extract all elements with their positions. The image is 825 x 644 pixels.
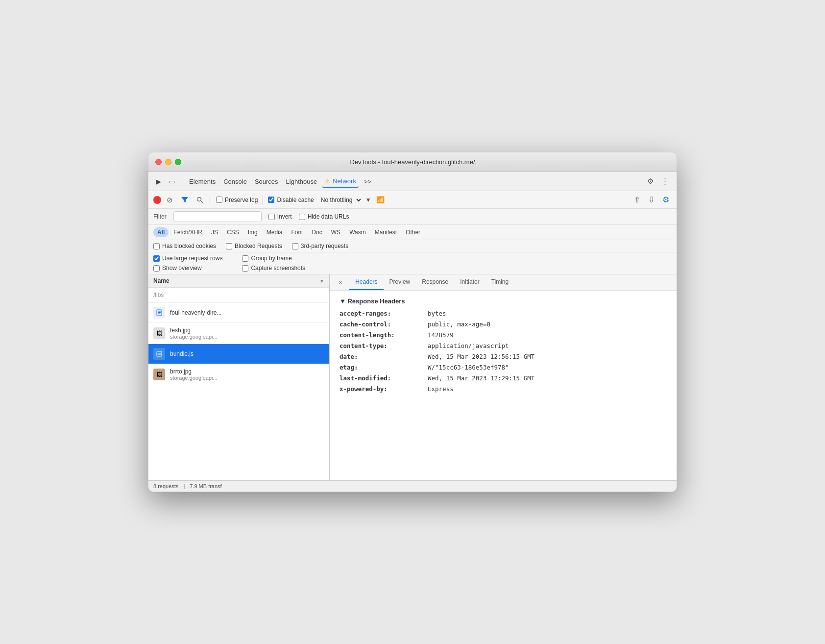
- header-row: date: Wed, 15 Mar 2023 12:56:15 GMT: [340, 353, 667, 360]
- blocked-cookies-checkbox[interactable]: [153, 243, 160, 249]
- settings-button[interactable]: ⚙: [644, 175, 656, 188]
- import-button[interactable]: ⇧: [631, 194, 643, 206]
- header-value: public, max-age=0: [428, 321, 490, 328]
- disable-cache-label[interactable]: Disable cache: [268, 197, 314, 203]
- inspect-icon-button[interactable]: ▶: [153, 176, 164, 187]
- blocked-requests-label[interactable]: Blocked Requests: [226, 243, 282, 249]
- tab-console[interactable]: Console: [220, 176, 250, 187]
- blocked-requests-checkbox[interactable]: [226, 243, 232, 249]
- filter-type-all[interactable]: All: [153, 227, 169, 237]
- tab-headers[interactable]: Headers: [349, 274, 383, 290]
- tab-response[interactable]: Response: [416, 274, 454, 290]
- status-bar: 8 requests | 7.9 MB transf: [148, 480, 677, 492]
- filter-type-css[interactable]: CSS: [223, 227, 243, 237]
- disable-cache-checkbox[interactable]: [268, 197, 274, 203]
- minimize-button[interactable]: [165, 159, 171, 165]
- filter-type-img[interactable]: Img: [244, 227, 262, 237]
- preserve-log-label[interactable]: Preserve log: [216, 197, 258, 203]
- filter-input[interactable]: [173, 211, 262, 222]
- show-overview-label[interactable]: Show overview: [153, 265, 222, 272]
- request-domain-fesh: storage.googleapi...: [170, 334, 218, 340]
- capture-screenshots-checkbox[interactable]: [242, 265, 248, 272]
- wifi-settings-button[interactable]: 📶: [374, 195, 387, 205]
- network-settings-button[interactable]: ⚙: [660, 194, 672, 206]
- clear-button[interactable]: ⊘: [164, 194, 175, 206]
- blocked-cookies-label[interactable]: Has blocked cookies: [153, 243, 216, 249]
- tab-initiator[interactable]: Initiator: [454, 274, 485, 290]
- requests-panel: Name ▼ /libs foul-heavenly-dire...: [148, 274, 330, 480]
- details-panel: × Headers Preview Response Initiator Tim…: [330, 274, 677, 480]
- large-rows-label[interactable]: Use large request rows: [153, 255, 222, 262]
- tab-lighthouse[interactable]: Lighthouse: [283, 176, 320, 187]
- close-details-button[interactable]: ×: [335, 276, 346, 288]
- svg-line-1: [201, 201, 203, 203]
- options-col-right: Group by frame Capture screenshots: [242, 255, 305, 272]
- filter-button[interactable]: [178, 195, 191, 205]
- hide-data-urls-checkbox[interactable]: [299, 214, 305, 220]
- tab-sources[interactable]: Sources: [252, 176, 281, 187]
- request-item-fesh[interactable]: 🖼 fesh.jpg storage.googleapi...: [148, 323, 329, 344]
- header-value: Wed, 15 Mar 2023 12:29:15 GMT: [428, 374, 534, 382]
- tab-network[interactable]: ⚠ Network: [322, 175, 359, 188]
- invert-checkbox[interactable]: [268, 214, 275, 220]
- traffic-lights: [155, 159, 181, 165]
- tab-elements[interactable]: Elements: [186, 176, 218, 187]
- maximize-button[interactable]: [175, 159, 181, 165]
- filter-label: Filter: [153, 213, 167, 220]
- more-options-button[interactable]: ⋮: [658, 175, 672, 188]
- filter-type-manifest[interactable]: Manifest: [371, 227, 401, 237]
- requests-count: 8 requests: [153, 483, 178, 489]
- preserve-log-checkbox[interactable]: [216, 197, 222, 203]
- invert-label[interactable]: Invert: [268, 213, 292, 220]
- device-icon-button[interactable]: ▭: [166, 176, 178, 187]
- headers-container: accept-ranges: bytescache-control: publi…: [340, 310, 667, 393]
- filter-type-other[interactable]: Other: [402, 227, 424, 237]
- request-info-fesh: fesh.jpg storage.googleapi...: [170, 327, 218, 340]
- header-row: content-type: application/javascript: [340, 342, 667, 349]
- filter-type-js[interactable]: JS: [207, 227, 222, 237]
- request-item-bundle[interactable]: </> bundle.js: [148, 344, 329, 364]
- header-row: cache-control: public, max-age=0: [340, 321, 667, 328]
- request-name-bundle: bundle.js: [170, 350, 194, 357]
- search-button[interactable]: [194, 195, 206, 205]
- header-key: etag:: [340, 364, 428, 371]
- filter-type-media[interactable]: Media: [263, 227, 287, 237]
- third-party-checkbox[interactable]: [292, 243, 298, 249]
- header-row: accept-ranges: bytes: [340, 310, 667, 317]
- request-icon-doc: [153, 307, 165, 319]
- column-name-label: Name: [153, 277, 319, 284]
- filter-row: Filter Invert Hide data URLs: [148, 209, 677, 225]
- request-item-brrto[interactable]: 🖼 brrto.jpg storage.googleapi...: [148, 364, 329, 385]
- window-title: DevTools - foul-heavenly-direction.glitc…: [350, 158, 475, 166]
- transfer-size: 7.9 MB transf: [190, 483, 221, 489]
- header-row: etag: W/"15cc63-186e53ef978": [340, 364, 667, 371]
- third-party-label[interactable]: 3rd-party requests: [292, 243, 348, 249]
- filter-type-ws[interactable]: WS: [327, 227, 344, 237]
- tab-timing[interactable]: Timing: [485, 274, 515, 290]
- large-rows-checkbox[interactable]: [153, 255, 160, 262]
- request-item-foul[interactable]: foul-heavenly-dire...: [148, 303, 329, 323]
- group-by-frame-label[interactable]: Group by frame: [242, 255, 305, 262]
- show-overview-checkbox[interactable]: [153, 265, 160, 272]
- request-info-bundle: bundle.js: [170, 350, 194, 357]
- filter-type-doc[interactable]: Doc: [308, 227, 326, 237]
- tab-preview[interactable]: Preview: [384, 274, 416, 290]
- filter-type-font[interactable]: Font: [287, 227, 307, 237]
- throttle-select[interactable]: No throttling: [317, 195, 363, 205]
- close-button[interactable]: [155, 159, 162, 165]
- request-domain-brrto: storage.googleapi...: [170, 375, 218, 381]
- request-item-libs[interactable]: /libs: [148, 288, 329, 303]
- hide-data-urls-label[interactable]: Hide data URLs: [299, 213, 349, 220]
- export-button[interactable]: ⇩: [646, 194, 657, 206]
- request-icon-brrto: 🖼: [153, 369, 165, 380]
- filter-type-wasm[interactable]: Wasm: [345, 227, 370, 237]
- tab-more[interactable]: >>: [361, 176, 374, 187]
- options-col-left: Use large request rows Show overview: [153, 255, 222, 272]
- capture-screenshots-label[interactable]: Capture screenshots: [242, 265, 305, 272]
- group-by-frame-checkbox[interactable]: [242, 255, 248, 262]
- record-button[interactable]: [153, 196, 161, 204]
- filter-type-fetch-xhr[interactable]: Fetch/XHR: [170, 227, 206, 237]
- network-toolbar-sep2: [263, 195, 263, 205]
- header-key: last-modified:: [340, 374, 428, 382]
- title-bar: DevTools - foul-heavenly-direction.glitc…: [148, 152, 677, 172]
